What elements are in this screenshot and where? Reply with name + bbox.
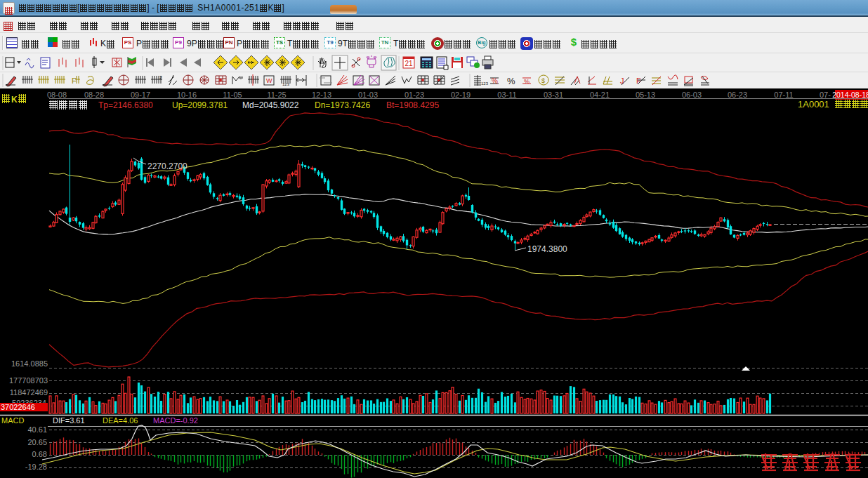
svg-text:2270.2700: 2270.2700: [147, 161, 188, 171]
svg-text:09-17: 09-17: [131, 91, 150, 99]
svg-text:MACD: MACD: [1, 416, 24, 425]
svg-text:2014-08-18: 2014-08-18: [832, 91, 868, 99]
svg-text:40.61: 40.61: [27, 425, 47, 434]
svg-text:07-11: 07-11: [774, 91, 793, 99]
svg-text:177708703: 177708703: [9, 376, 48, 385]
svg-text:04-21: 04-21: [590, 91, 610, 99]
svg-text:11-05: 11-05: [223, 91, 242, 99]
svg-text:20.65: 20.65: [27, 438, 47, 446]
svg-text:0.68: 0.68: [32, 450, 47, 458]
svg-text:1614.0885: 1614.0885: [11, 359, 48, 368]
svg-text:07-: 07-: [820, 91, 831, 99]
svg-text:05-13: 05-13: [636, 91, 655, 99]
svg-text:Bt=1908.4295: Bt=1908.4295: [386, 100, 439, 110]
svg-text:Dn=1973.7426: Dn=1973.7426: [315, 100, 370, 110]
svg-text:1974.3800: 1974.3800: [527, 244, 567, 254]
svg-text:11-25: 11-25: [267, 91, 286, 99]
svg-text:Up=2099.3781: Up=2099.3781: [172, 100, 228, 110]
svg-text:DIF=3.61: DIF=3.61: [53, 416, 85, 425]
svg-text:01-03: 01-03: [358, 91, 378, 99]
svg-text:37022646: 37022646: [1, 403, 35, 411]
svg-text:08-28: 08-28: [84, 91, 104, 99]
svg-text:118472469: 118472469: [10, 388, 48, 397]
svg-text:K: K: [11, 95, 18, 105]
svg-text:10-16: 10-16: [177, 91, 197, 99]
svg-text:Md=2045.9022: Md=2045.9022: [242, 100, 299, 110]
svg-text:02-19: 02-19: [451, 91, 471, 99]
svg-text:06-03: 06-03: [682, 91, 702, 99]
svg-text:03-11: 03-11: [497, 91, 516, 99]
svg-text:06-23: 06-23: [728, 91, 747, 99]
svg-text:12-13: 12-13: [312, 91, 331, 99]
svg-text:Tp=2146.6380: Tp=2146.6380: [98, 100, 153, 110]
svg-text:DEA=4.06: DEA=4.06: [103, 416, 138, 425]
svg-text:08-08: 08-08: [47, 91, 67, 99]
svg-text:01-23: 01-23: [405, 91, 424, 99]
svg-text:MACD=-0.92: MACD=-0.92: [153, 416, 198, 425]
svg-text:1A0001: 1A0001: [798, 99, 829, 109]
svg-text:03-31: 03-31: [544, 91, 563, 99]
